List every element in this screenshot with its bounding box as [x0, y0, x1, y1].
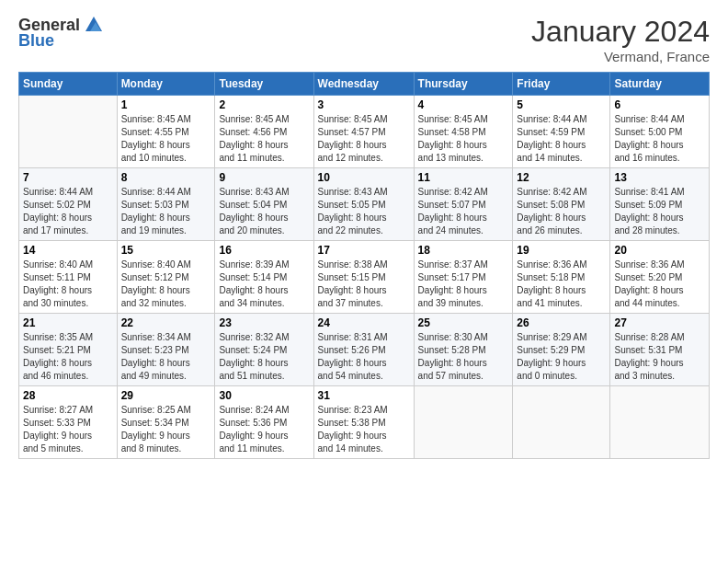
day-info: Sunrise: 8:44 AM Sunset: 4:59 PM Dayligh… — [517, 113, 606, 165]
day-number: 5 — [517, 98, 606, 111]
day-number: 11 — [418, 171, 509, 184]
day-number: 8 — [121, 171, 211, 184]
day-number: 26 — [517, 316, 606, 329]
calendar-cell — [19, 96, 118, 168]
calendar-cell: 11Sunrise: 8:42 AM Sunset: 5:07 PM Dayli… — [414, 168, 513, 241]
day-number: 13 — [614, 171, 705, 184]
location-subtitle: Vermand, France — [531, 49, 710, 64]
day-info: Sunrise: 8:45 AM Sunset: 4:55 PM Dayligh… — [121, 113, 211, 165]
day-info: Sunrise: 8:23 AM Sunset: 5:38 PM Dayligh… — [318, 404, 410, 455]
calendar-cell: 23Sunrise: 8:32 AM Sunset: 5:24 PM Dayli… — [215, 314, 313, 386]
weekday-header-row: SundayMondayTuesdayWednesdayThursdayFrid… — [19, 73, 710, 96]
day-info: Sunrise: 8:44 AM Sunset: 5:03 PM Dayligh… — [121, 186, 211, 237]
weekday-header-wednesday: Wednesday — [313, 73, 414, 96]
calendar-cell: 24Sunrise: 8:31 AM Sunset: 5:26 PM Dayli… — [313, 314, 414, 386]
day-info: Sunrise: 8:30 AM Sunset: 5:28 PM Dayligh… — [418, 331, 509, 383]
day-info: Sunrise: 8:42 AM Sunset: 5:07 PM Dayligh… — [418, 186, 509, 237]
day-number: 21 — [23, 316, 113, 329]
day-info: Sunrise: 8:27 AM Sunset: 5:33 PM Dayligh… — [23, 404, 113, 455]
calendar-cell — [513, 386, 610, 459]
day-info: Sunrise: 8:40 AM Sunset: 5:11 PM Dayligh… — [23, 259, 113, 310]
weekday-header-friday: Friday — [513, 73, 610, 96]
calendar-cell: 9Sunrise: 8:43 AM Sunset: 5:04 PM Daylig… — [215, 168, 313, 241]
logo-blue-text: Blue — [18, 31, 54, 51]
calendar-cell: 10Sunrise: 8:43 AM Sunset: 5:05 PM Dayli… — [313, 168, 414, 241]
title-block: January 2024 Vermand, France — [531, 15, 710, 64]
day-info: Sunrise: 8:31 AM Sunset: 5:26 PM Dayligh… — [318, 331, 410, 383]
day-info: Sunrise: 8:34 AM Sunset: 5:23 PM Dayligh… — [121, 331, 211, 383]
day-number: 9 — [219, 171, 309, 184]
day-number: 19 — [517, 244, 606, 257]
day-info: Sunrise: 8:43 AM Sunset: 5:05 PM Dayligh… — [318, 186, 410, 237]
calendar-cell: 3Sunrise: 8:45 AM Sunset: 4:57 PM Daylig… — [313, 96, 414, 168]
calendar-cell: 5Sunrise: 8:44 AM Sunset: 4:59 PM Daylig… — [513, 96, 610, 168]
weekday-header-sunday: Sunday — [19, 73, 118, 96]
day-info: Sunrise: 8:45 AM Sunset: 4:56 PM Dayligh… — [219, 113, 309, 165]
calendar-cell: 30Sunrise: 8:24 AM Sunset: 5:36 PM Dayli… — [215, 386, 313, 459]
day-number: 3 — [318, 98, 410, 111]
day-number: 4 — [418, 98, 509, 111]
calendar-cell: 15Sunrise: 8:40 AM Sunset: 5:12 PM Dayli… — [117, 241, 215, 314]
calendar-cell: 14Sunrise: 8:40 AM Sunset: 5:11 PM Dayli… — [19, 241, 118, 314]
day-info: Sunrise: 8:24 AM Sunset: 5:36 PM Dayligh… — [219, 404, 309, 455]
day-number: 28 — [23, 389, 113, 402]
day-info: Sunrise: 8:32 AM Sunset: 5:24 PM Dayligh… — [219, 331, 309, 383]
calendar-cell: 25Sunrise: 8:30 AM Sunset: 5:28 PM Dayli… — [414, 314, 513, 386]
day-info: Sunrise: 8:38 AM Sunset: 5:15 PM Dayligh… — [318, 259, 410, 310]
day-number: 14 — [23, 244, 113, 257]
calendar-week-5: 28Sunrise: 8:27 AM Sunset: 5:33 PM Dayli… — [19, 386, 710, 459]
calendar-cell: 17Sunrise: 8:38 AM Sunset: 5:15 PM Dayli… — [313, 241, 414, 314]
calendar-cell: 4Sunrise: 8:45 AM Sunset: 4:58 PM Daylig… — [414, 96, 513, 168]
day-info: Sunrise: 8:25 AM Sunset: 5:34 PM Dayligh… — [121, 404, 211, 455]
calendar-cell — [414, 386, 513, 459]
day-number: 25 — [418, 316, 509, 329]
day-info: Sunrise: 8:43 AM Sunset: 5:04 PM Dayligh… — [219, 186, 309, 237]
day-info: Sunrise: 8:36 AM Sunset: 5:18 PM Dayligh… — [517, 259, 606, 310]
day-info: Sunrise: 8:44 AM Sunset: 5:02 PM Dayligh… — [23, 186, 113, 237]
day-number: 10 — [318, 171, 410, 184]
day-info: Sunrise: 8:29 AM Sunset: 5:29 PM Dayligh… — [517, 331, 606, 383]
month-year-title: January 2024 — [531, 15, 710, 49]
calendar-cell: 8Sunrise: 8:44 AM Sunset: 5:03 PM Daylig… — [117, 168, 215, 241]
logo-icon — [84, 15, 104, 35]
day-number: 23 — [219, 316, 309, 329]
day-info: Sunrise: 8:42 AM Sunset: 5:08 PM Dayligh… — [517, 186, 606, 237]
day-number: 12 — [517, 171, 606, 184]
calendar-cell: 29Sunrise: 8:25 AM Sunset: 5:34 PM Dayli… — [117, 386, 215, 459]
day-info: Sunrise: 8:37 AM Sunset: 5:17 PM Dayligh… — [418, 259, 509, 310]
calendar-cell: 12Sunrise: 8:42 AM Sunset: 5:08 PM Dayli… — [513, 168, 610, 241]
calendar-cell: 6Sunrise: 8:44 AM Sunset: 5:00 PM Daylig… — [610, 96, 710, 168]
day-number: 31 — [318, 389, 410, 402]
calendar-week-2: 7Sunrise: 8:44 AM Sunset: 5:02 PM Daylig… — [19, 168, 710, 241]
calendar-cell: 22Sunrise: 8:34 AM Sunset: 5:23 PM Dayli… — [117, 314, 215, 386]
day-number: 6 — [614, 98, 705, 111]
day-number: 22 — [121, 316, 211, 329]
day-number: 30 — [219, 389, 309, 402]
calendar-cell: 31Sunrise: 8:23 AM Sunset: 5:38 PM Dayli… — [313, 386, 414, 459]
weekday-header-saturday: Saturday — [610, 73, 710, 96]
calendar-cell: 20Sunrise: 8:36 AM Sunset: 5:20 PM Dayli… — [610, 241, 710, 314]
calendar-week-1: 1Sunrise: 8:45 AM Sunset: 4:55 PM Daylig… — [19, 96, 710, 168]
calendar-cell: 13Sunrise: 8:41 AM Sunset: 5:09 PM Dayli… — [610, 168, 710, 241]
calendar-table: SundayMondayTuesdayWednesdayThursdayFrid… — [18, 72, 710, 459]
calendar-cell: 27Sunrise: 8:28 AM Sunset: 5:31 PM Dayli… — [610, 314, 710, 386]
calendar-cell: 19Sunrise: 8:36 AM Sunset: 5:18 PM Dayli… — [513, 241, 610, 314]
day-number: 27 — [614, 316, 705, 329]
calendar-cell: 21Sunrise: 8:35 AM Sunset: 5:21 PM Dayli… — [19, 314, 118, 386]
day-number: 16 — [219, 244, 309, 257]
calendar-week-4: 21Sunrise: 8:35 AM Sunset: 5:21 PM Dayli… — [19, 314, 710, 386]
weekday-header-monday: Monday — [117, 73, 215, 96]
calendar-cell: 16Sunrise: 8:39 AM Sunset: 5:14 PM Dayli… — [215, 241, 313, 314]
day-info: Sunrise: 8:28 AM Sunset: 5:31 PM Dayligh… — [614, 331, 705, 383]
day-info: Sunrise: 8:44 AM Sunset: 5:00 PM Dayligh… — [614, 113, 705, 165]
day-number: 20 — [614, 244, 705, 257]
day-number: 24 — [318, 316, 410, 329]
day-number: 1 — [121, 98, 211, 111]
day-info: Sunrise: 8:40 AM Sunset: 5:12 PM Dayligh… — [121, 259, 211, 310]
day-info: Sunrise: 8:35 AM Sunset: 5:21 PM Dayligh… — [23, 331, 113, 383]
calendar-cell: 18Sunrise: 8:37 AM Sunset: 5:17 PM Dayli… — [414, 241, 513, 314]
page: General Blue January 2024 Vermand, Franc… — [0, 0, 728, 563]
calendar-cell: 28Sunrise: 8:27 AM Sunset: 5:33 PM Dayli… — [19, 386, 118, 459]
day-info: Sunrise: 8:36 AM Sunset: 5:20 PM Dayligh… — [614, 259, 705, 310]
day-number: 18 — [418, 244, 509, 257]
